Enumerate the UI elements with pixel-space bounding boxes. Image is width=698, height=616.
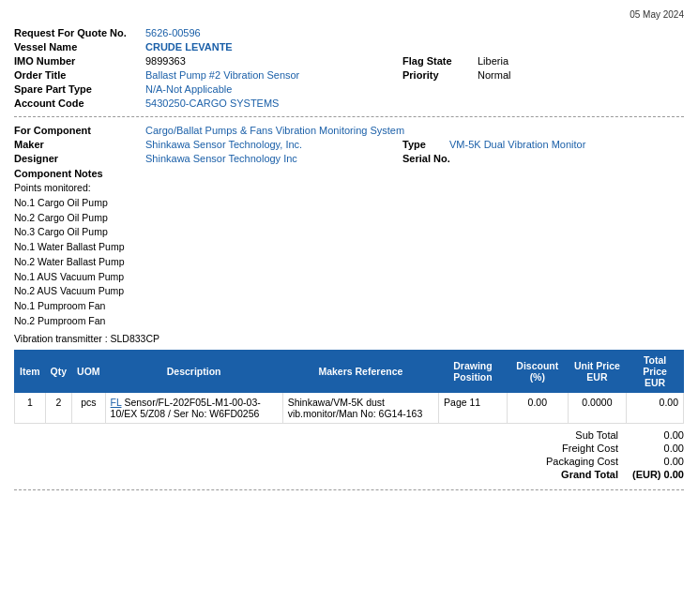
maker-label: Maker	[14, 139, 145, 150]
note-line-6: No.1 AUS Vacuum Pump	[14, 270, 684, 285]
order-title-value: Ballast Pump #2 Vibration Sensor	[145, 69, 402, 81]
description-link: FL	[111, 397, 122, 408]
flag-label: Flag State	[402, 55, 478, 67]
cell-total-price: 0.00	[627, 392, 684, 423]
freight-cost-row: Freight Cost 0.00	[440, 443, 684, 454]
order-title-row: Order Title Ballast Pump #2 Vibration Se…	[14, 69, 684, 81]
flag-value: Liberia	[478, 55, 684, 67]
note-line-9: No.2 Pumproom Fan	[14, 314, 684, 329]
vessel-row: Vessel Name CRUDE LEVANTE	[14, 41, 684, 53]
maker-row: Maker Shinkawa Sensor Technology, Inc. T…	[14, 139, 684, 150]
note-line-4: No.1 Water Ballast Pump	[14, 240, 684, 255]
note-line-1: No.1 Cargo Oil Pump	[14, 196, 684, 211]
freight-cost-value: 0.00	[618, 443, 684, 454]
col-description: Description	[105, 350, 282, 392]
priority-label: Priority	[402, 69, 478, 81]
imo-row: IMO Number 9899363 Flag State Liberia	[14, 55, 684, 67]
imo-label: IMO Number	[14, 55, 145, 67]
freight-cost-label: Freight Cost	[440, 443, 618, 454]
col-discount: Discount (%)	[507, 350, 568, 392]
divider-1	[14, 116, 684, 117]
vessel-value: CRUDE LEVANTE	[145, 41, 684, 53]
note-line-2: No.2 Cargo Oil Pump	[14, 211, 684, 226]
serial-no-label: Serial No.	[402, 153, 468, 164]
designer-value: Shinkawa Sensor Technology Inc	[145, 153, 402, 164]
sub-total-label: Sub Total	[440, 429, 618, 441]
vibration-text: Vibration transmitter : SLD833CP	[14, 333, 684, 344]
col-unit-price: Unit Price EUR	[568, 350, 626, 392]
serial-no-value	[468, 153, 684, 164]
rfq-no-value: 5626-00596	[145, 27, 684, 38]
type-label: Type	[402, 139, 449, 150]
notes-lines: No.1 Cargo Oil Pump No.2 Cargo Oil Pump …	[14, 196, 684, 329]
col-item: Item	[15, 350, 46, 392]
col-total-price: Total Price EUR	[627, 350, 684, 392]
spare-part-value: N/A-Not Applicable	[145, 83, 684, 95]
note-line-7: No.2 AUS Vacuum Pump	[14, 284, 684, 299]
cell-qty: 2	[45, 392, 72, 423]
packaging-cost-value: 0.00	[618, 456, 684, 467]
maker-value: Shinkawa Sensor Technology, Inc.	[145, 139, 402, 150]
spare-part-row: Spare Part Type N/A-Not Applicable	[14, 83, 684, 95]
note-line-3: No.3 Cargo Oil Pump	[14, 225, 684, 240]
table-header-row: Item Qty UOM Description Makers Referenc…	[15, 350, 684, 392]
for-component-label: For Component	[14, 125, 145, 136]
summary-section: Sub Total 0.00 Freight Cost 0.00 Packagi…	[14, 429, 684, 482]
cell-unit-price: 0.0000	[568, 392, 626, 423]
vessel-label: Vessel Name	[14, 41, 145, 53]
notes-intro: Points monitored:	[14, 181, 684, 196]
col-uom: UOM	[72, 350, 106, 392]
type-value: VM-5K Dual Vibration Monitor	[449, 139, 684, 150]
cell-description: FL Sensor/FL-202F05L-M1-00-03-10/EX 5/Z0…	[105, 392, 282, 423]
priority-value: Normal	[478, 69, 684, 81]
component-notes-label: Component Notes	[14, 168, 684, 179]
packaging-cost-row: Packaging Cost 0.00	[440, 456, 684, 467]
cell-item: 1	[15, 392, 46, 423]
rfq-no-label: Request For Quote No.	[14, 27, 145, 38]
description-rest: Sensor/FL-202F05L-M1-00-03-10/EX 5/Z08 /…	[111, 397, 261, 419]
order-title-label: Order Title	[14, 69, 145, 81]
grand-total-row: Grand Total (EUR) 0.00	[440, 469, 684, 480]
rfq-no-row: Request For Quote No. 5626-00596	[14, 27, 684, 38]
component-section: For Component Cargo/Ballat Pumps & Fans …	[14, 125, 684, 344]
for-component-row: For Component Cargo/Ballat Pumps & Fans …	[14, 125, 684, 136]
spare-part-label: Spare Part Type	[14, 83, 145, 95]
cell-uom: pcs	[72, 392, 106, 423]
note-line-8: No.1 Pumproom Fan	[14, 299, 684, 314]
rfq-section: Request For Quote No. 5626-00596 Vessel …	[14, 27, 684, 109]
packaging-cost-label: Packaging Cost	[440, 456, 618, 467]
cell-discount: 0.00	[507, 392, 568, 423]
cell-drawing-pos: Page 11	[439, 392, 508, 423]
account-code-value: 5430250-CARGO SYSTEMS	[145, 98, 684, 109]
sub-total-value: 0.00	[618, 429, 684, 441]
col-makers-ref: Makers Reference	[282, 350, 438, 392]
account-code-label: Account Code	[14, 98, 145, 109]
items-table: Item Qty UOM Description Makers Referenc…	[14, 350, 684, 424]
grand-total-value: (EUR) 0.00	[618, 469, 684, 480]
sub-total-row: Sub Total 0.00	[440, 429, 684, 441]
col-qty: Qty	[45, 350, 72, 392]
grand-total-label: Grand Total	[440, 469, 618, 480]
cell-makers-ref: Shinkawa/VM-5K dust vib.monitor/Man No: …	[282, 392, 438, 423]
divider-bottom	[14, 489, 684, 490]
account-code-row: Account Code 5430250-CARGO SYSTEMS	[14, 98, 684, 109]
for-component-value: Cargo/Ballat Pumps & Fans Vibration Moni…	[145, 125, 684, 136]
note-line-5: No.2 Water Ballast Pump	[14, 255, 684, 270]
imo-value: 9899363	[145, 55, 402, 67]
col-drawing-pos: Drawing Position	[439, 350, 508, 392]
designer-row: Designer Shinkawa Sensor Technology Inc …	[14, 153, 684, 164]
table-row: 1 2 pcs FL Sensor/FL-202F05L-M1-00-03-10…	[15, 392, 684, 423]
designer-label: Designer	[14, 153, 145, 164]
header-date: 05 May 2024	[14, 9, 684, 20]
